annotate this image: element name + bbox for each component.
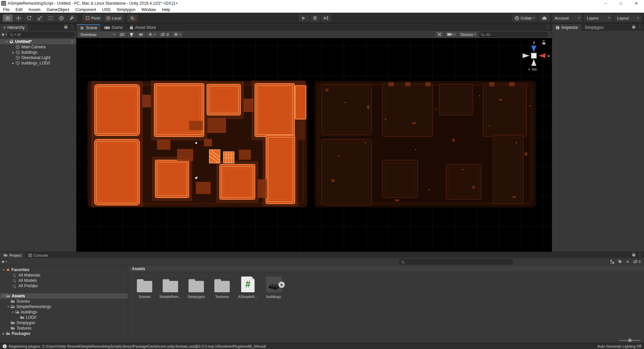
- 2d-toggle-button[interactable]: 2D: [118, 32, 126, 37]
- hierarchy-add-button[interactable]: +: [2, 32, 4, 37]
- tab-project[interactable]: Project: [0, 252, 25, 258]
- menu-file[interactable]: File: [0, 7, 12, 12]
- foldout-icon[interactable]: ▶: [11, 51, 15, 54]
- audio-toggle-button[interactable]: [137, 32, 145, 37]
- hierarchy-add-arrow[interactable]: ▾: [5, 33, 7, 36]
- foldout-icon[interactable]: ▼: [5, 40, 9, 43]
- hierarchy-item-main-camera[interactable]: Main Camera: [0, 44, 76, 50]
- menu-component[interactable]: Component: [72, 7, 99, 12]
- slider-thumb[interactable]: [628, 339, 632, 342]
- collab-dropdown[interactable]: Collab▾: [512, 14, 537, 22]
- camera-settings-dropdown[interactable]: ▾: [445, 32, 457, 37]
- view-tool-button[interactable]: [3, 14, 13, 22]
- status-message[interactable]: Registering plugins: C:\Users\Vidar Rinn…: [9, 344, 266, 348]
- lighting-toggle-button[interactable]: [127, 32, 136, 37]
- grid-snapping-button[interactable]: [127, 14, 138, 22]
- hierarchy-item-buildings[interactable]: ▶ buildings: [0, 50, 76, 55]
- menu-edit[interactable]: Edit: [12, 7, 25, 12]
- search-filter-arrow[interactable]: ▾: [14, 33, 16, 36]
- assets-breadcrumb[interactable]: Assets: [128, 265, 644, 272]
- rect-tool-button[interactable]: [46, 14, 56, 22]
- foldout-icon[interactable]: ▼: [1, 268, 6, 271]
- scene-search-input[interactable]: [486, 33, 546, 37]
- asset-scenes-folder[interactable]: Scenes: [132, 277, 157, 299]
- foldout-icon[interactable]: ▼: [1, 295, 6, 298]
- gizmo-center-cube[interactable]: [531, 53, 537, 58]
- local-toggle-button[interactable]: Local: [103, 14, 124, 22]
- tab-game[interactable]: Game: [101, 24, 126, 31]
- project-lock-icon[interactable]: [632, 254, 635, 256]
- layout-dropdown[interactable]: Layout▾: [614, 14, 641, 22]
- account-dropdown[interactable]: Account▾: [552, 14, 582, 22]
- hidden-packages-button[interactable]: 9: [633, 260, 641, 264]
- project-add-arrow[interactable]: ▾: [5, 260, 7, 263]
- menu-usd[interactable]: USD: [99, 7, 113, 12]
- inspector-lock-icon[interactable]: [632, 26, 635, 29]
- tree-all-models[interactable]: All Models: [0, 278, 128, 283]
- custom-tool-button[interactable]: [67, 14, 77, 22]
- move-tool-button[interactable]: [13, 14, 23, 22]
- tree-assets[interactable]: ▼ Assets: [0, 293, 128, 299]
- step-button[interactable]: [321, 14, 331, 22]
- asset-simpleremeshings-folder[interactable]: SimpleRem...: [158, 277, 182, 299]
- project-search-field[interactable]: [399, 259, 513, 264]
- layers-dropdown[interactable]: Layers▾: [584, 14, 612, 22]
- transform-tool-button[interactable]: [56, 14, 66, 22]
- component-tools-button[interactable]: [435, 32, 444, 37]
- tab-scene[interactable]: Scene: [76, 24, 101, 31]
- hierarchy-item-scene[interactable]: ▼ Untitled* ⋮: [0, 39, 76, 44]
- expand-subassets-button[interactable]: [278, 282, 285, 288]
- hidden-objects-button[interactable]: 0: [158, 32, 171, 37]
- tree-simpleremeshings[interactable]: ▼ SimpleRemeshings: [0, 304, 128, 309]
- inspector-menu-icon[interactable]: ⋮: [638, 25, 642, 29]
- tree-simplygon[interactable]: Simplygon: [0, 320, 128, 326]
- status-bar[interactable]: i Registering plugins: C:\Users\Vidar Ri…: [0, 343, 644, 349]
- grid-visibility-dropdown[interactable]: ▾: [172, 32, 183, 37]
- hierarchy-lock-icon[interactable]: [64, 26, 67, 29]
- rotate-tool-button[interactable]: [24, 14, 34, 22]
- pivot-toggle-button[interactable]: Pivot: [83, 14, 103, 22]
- pause-button[interactable]: [310, 14, 320, 22]
- tree-favorites[interactable]: ▼ ★ Favorites: [0, 267, 128, 272]
- gizmos-dropdown[interactable]: Gizmos▾: [459, 32, 478, 37]
- projection-mode-toggle[interactable]: ≡ Iso: [528, 67, 537, 71]
- close-button[interactable]: ✕: [629, 0, 644, 7]
- minimize-button[interactable]: –: [598, 0, 613, 7]
- maximize-button[interactable]: □: [613, 0, 629, 7]
- tab-console[interactable]: Console: [25, 252, 51, 258]
- filter-by-label-icon[interactable]: [618, 259, 622, 264]
- tree-lod0[interactable]: LOD0: [0, 315, 128, 320]
- project-menu-icon[interactable]: ⋮: [638, 253, 642, 257]
- hierarchy-menu-icon[interactable]: ⋮: [70, 25, 74, 29]
- menu-assets[interactable]: Assets: [25, 7, 44, 12]
- tree-scenes[interactable]: Scenes: [0, 299, 128, 304]
- scale-tool-button[interactable]: [35, 14, 45, 22]
- scene-menu-icon[interactable]: ⋮: [546, 25, 550, 29]
- tab-simplygon[interactable]: Simplygon: [581, 24, 607, 31]
- scene-viewport[interactable]: z x ≡ Iso: [76, 38, 552, 252]
- thumbnail-size-slider[interactable]: [619, 340, 641, 341]
- draw-mode-dropdown[interactable]: Overdraw▾: [78, 32, 117, 37]
- tree-packages[interactable]: ▶ Packages: [0, 331, 128, 336]
- tree-all-materials[interactable]: All Materials: [0, 272, 128, 278]
- foldout-icon[interactable]: ▼: [11, 311, 15, 314]
- asset-script-file[interactable]: # ASimpleR...: [236, 277, 260, 299]
- play-button[interactable]: [299, 14, 309, 22]
- hierarchy-item-buildings-lod0[interactable]: ▶ buildings_LOD0: [0, 60, 76, 66]
- hierarchy-search-field[interactable]: ▾: [8, 32, 74, 37]
- tree-textures[interactable]: Textures: [0, 326, 128, 331]
- menu-simplygon[interactable]: Simplygon: [114, 7, 139, 12]
- tree-buildings[interactable]: ▼ buildings: [0, 309, 128, 315]
- cloud-button[interactable]: [539, 14, 550, 22]
- menu-window[interactable]: Window: [139, 7, 159, 12]
- auto-generate-lighting-status[interactable]: Auto Generate Lighting Off: [597, 344, 641, 348]
- project-add-button[interactable]: +: [2, 259, 4, 264]
- favorites-filter-icon[interactable]: ★: [626, 259, 630, 264]
- scene-options-icon[interactable]: ⋮: [70, 39, 74, 44]
- asset-buildings-model[interactable]: buildings: [262, 277, 286, 299]
- asset-textures-folder[interactable]: Textures: [210, 277, 234, 299]
- tab-inspector[interactable]: Inspector: [552, 24, 581, 31]
- foldout-icon[interactable]: ▶: [11, 62, 15, 65]
- hierarchy-search-input[interactable]: [17, 33, 72, 37]
- foldout-icon[interactable]: ▼: [6, 305, 10, 308]
